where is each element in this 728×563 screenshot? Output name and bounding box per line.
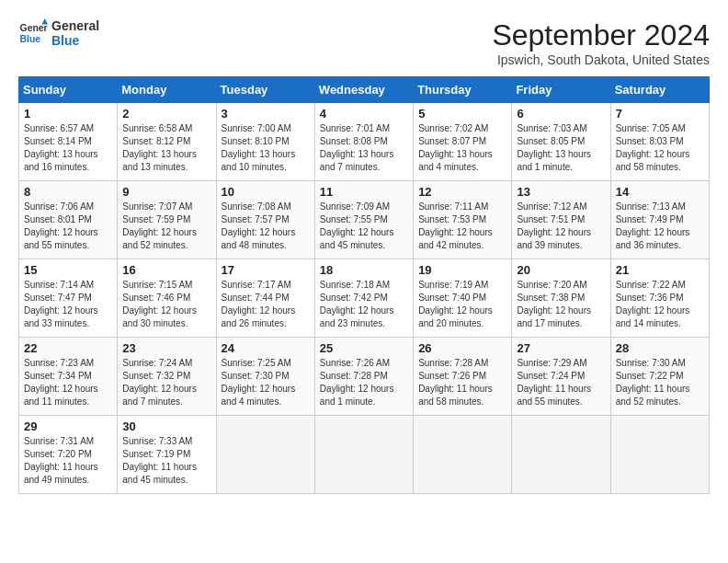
day-info: Sunrise: 7:31 AM Sunset: 7:20 PM Dayligh…: [24, 435, 112, 487]
calendar-cell: 4Sunrise: 7:01 AM Sunset: 8:08 PM Daylig…: [314, 103, 413, 181]
day-info: Sunrise: 7:33 AM Sunset: 7:19 PM Dayligh…: [122, 435, 210, 487]
calendar-cell: 19Sunrise: 7:19 AM Sunset: 7:40 PM Dayli…: [414, 259, 512, 338]
day-number: 17: [222, 263, 310, 277]
calendar-cell: 22Sunrise: 7:23 AM Sunset: 7:34 PM Dayli…: [19, 338, 118, 416]
day-number: 24: [222, 341, 310, 355]
day-info: Sunrise: 7:29 AM Sunset: 7:24 PM Dayligh…: [517, 357, 605, 408]
logo-line2: Blue: [51, 33, 99, 48]
calendar-week-2: 8Sunrise: 7:06 AM Sunset: 8:01 PM Daylig…: [19, 181, 710, 259]
calendar-week-1: 1Sunrise: 6:57 AM Sunset: 8:14 PM Daylig…: [19, 103, 710, 181]
calendar-table: SundayMondayTuesdayWednesdayThursdayFrid…: [18, 76, 710, 494]
day-info: Sunrise: 7:00 AM Sunset: 8:10 PM Dayligh…: [222, 122, 310, 174]
calendar-cell: 21Sunrise: 7:22 AM Sunset: 7:36 PM Dayli…: [610, 259, 709, 338]
day-number: 27: [517, 341, 605, 355]
title-area: September 2024 Ipswich, South Dakota, Un…: [492, 18, 710, 67]
day-number: 22: [24, 341, 112, 355]
calendar-cell: 29Sunrise: 7:31 AM Sunset: 7:20 PM Dayli…: [19, 416, 118, 494]
calendar-cell: 10Sunrise: 7:08 AM Sunset: 7:57 PM Dayli…: [216, 181, 314, 259]
day-info: Sunrise: 7:12 AM Sunset: 7:51 PM Dayligh…: [517, 201, 605, 252]
day-number: 30: [122, 419, 210, 433]
day-number: 28: [616, 341, 704, 355]
day-info: Sunrise: 7:19 AM Sunset: 7:40 PM Dayligh…: [418, 279, 506, 330]
svg-marker-2: [42, 18, 48, 24]
day-number: 20: [517, 263, 605, 277]
day-number: 4: [320, 107, 408, 121]
day-number: 3: [222, 107, 310, 121]
calendar-cell: [314, 416, 413, 494]
calendar-week-5: 29Sunrise: 7:31 AM Sunset: 7:20 PM Dayli…: [19, 416, 710, 494]
day-number: 21: [616, 263, 704, 277]
day-number: 26: [418, 341, 506, 355]
day-info: Sunrise: 7:22 AM Sunset: 7:36 PM Dayligh…: [616, 279, 704, 330]
calendar-week-4: 22Sunrise: 7:23 AM Sunset: 7:34 PM Dayli…: [19, 338, 710, 416]
calendar-cell: 7Sunrise: 7:05 AM Sunset: 8:03 PM Daylig…: [610, 103, 709, 181]
day-number: 10: [222, 185, 310, 199]
day-number: 29: [24, 419, 112, 433]
col-header-saturday: Saturday: [610, 77, 709, 103]
day-info: Sunrise: 7:30 AM Sunset: 7:22 PM Dayligh…: [616, 357, 704, 408]
day-info: Sunrise: 7:23 AM Sunset: 7:34 PM Dayligh…: [24, 357, 112, 408]
day-info: Sunrise: 7:26 AM Sunset: 7:28 PM Dayligh…: [320, 357, 408, 408]
day-number: 14: [616, 185, 704, 199]
location-title: Ipswich, South Dakota, United States: [492, 52, 710, 67]
calendar-cell: 25Sunrise: 7:26 AM Sunset: 7:28 PM Dayli…: [314, 338, 413, 416]
day-number: 13: [517, 185, 605, 199]
calendar-cell: 16Sunrise: 7:15 AM Sunset: 7:46 PM Dayli…: [118, 259, 216, 338]
logo-icon: General Blue: [18, 18, 48, 48]
day-number: 16: [122, 263, 210, 277]
calendar-cell: 9Sunrise: 7:07 AM Sunset: 7:59 PM Daylig…: [118, 181, 216, 259]
day-info: Sunrise: 7:06 AM Sunset: 8:01 PM Dayligh…: [24, 201, 112, 252]
svg-text:Blue: Blue: [20, 34, 41, 44]
calendar-cell: [216, 416, 314, 494]
day-number: 2: [122, 107, 210, 121]
calendar-cell: 24Sunrise: 7:25 AM Sunset: 7:30 PM Dayli…: [216, 338, 314, 416]
day-info: Sunrise: 6:57 AM Sunset: 8:14 PM Dayligh…: [24, 122, 112, 174]
calendar-header-row: SundayMondayTuesdayWednesdayThursdayFrid…: [19, 77, 710, 103]
day-info: Sunrise: 7:02 AM Sunset: 8:07 PM Dayligh…: [418, 122, 506, 174]
calendar-cell: 18Sunrise: 7:18 AM Sunset: 7:42 PM Dayli…: [314, 259, 413, 338]
day-number: 5: [418, 107, 506, 121]
logo: General Blue General Blue: [18, 18, 99, 48]
month-title: September 2024: [492, 18, 710, 52]
day-number: 8: [24, 185, 112, 199]
col-header-sunday: Sunday: [19, 77, 118, 103]
day-number: 23: [122, 341, 210, 355]
col-header-friday: Friday: [512, 77, 610, 103]
calendar-week-3: 15Sunrise: 7:14 AM Sunset: 7:47 PM Dayli…: [19, 259, 710, 338]
calendar-cell: 20Sunrise: 7:20 AM Sunset: 7:38 PM Dayli…: [512, 259, 610, 338]
day-info: Sunrise: 7:20 AM Sunset: 7:38 PM Dayligh…: [517, 279, 605, 330]
day-info: Sunrise: 7:11 AM Sunset: 7:53 PM Dayligh…: [418, 201, 506, 252]
day-info: Sunrise: 7:28 AM Sunset: 7:26 PM Dayligh…: [418, 357, 506, 408]
col-header-thursday: Thursday: [414, 77, 512, 103]
day-info: Sunrise: 7:14 AM Sunset: 7:47 PM Dayligh…: [24, 279, 112, 330]
calendar-cell: 23Sunrise: 7:24 AM Sunset: 7:32 PM Dayli…: [118, 338, 216, 416]
day-number: 6: [517, 107, 605, 121]
day-info: Sunrise: 7:15 AM Sunset: 7:46 PM Dayligh…: [122, 279, 210, 330]
calendar-cell: 8Sunrise: 7:06 AM Sunset: 8:01 PM Daylig…: [19, 181, 118, 259]
day-number: 11: [320, 185, 408, 199]
calendar-cell: 5Sunrise: 7:02 AM Sunset: 8:07 PM Daylig…: [414, 103, 512, 181]
day-number: 18: [320, 263, 408, 277]
day-info: Sunrise: 7:05 AM Sunset: 8:03 PM Dayligh…: [616, 122, 704, 174]
day-info: Sunrise: 7:17 AM Sunset: 7:44 PM Dayligh…: [222, 279, 310, 330]
day-info: Sunrise: 7:13 AM Sunset: 7:49 PM Dayligh…: [616, 201, 704, 252]
day-info: Sunrise: 7:08 AM Sunset: 7:57 PM Dayligh…: [222, 201, 310, 252]
calendar-cell: 12Sunrise: 7:11 AM Sunset: 7:53 PM Dayli…: [414, 181, 512, 259]
day-info: Sunrise: 7:09 AM Sunset: 7:55 PM Dayligh…: [320, 201, 408, 252]
day-info: Sunrise: 6:58 AM Sunset: 8:12 PM Dayligh…: [122, 122, 210, 174]
day-number: 19: [418, 263, 506, 277]
day-number: 12: [418, 185, 506, 199]
calendar-cell: 27Sunrise: 7:29 AM Sunset: 7:24 PM Dayli…: [512, 338, 610, 416]
calendar-cell: 30Sunrise: 7:33 AM Sunset: 7:19 PM Dayli…: [118, 416, 216, 494]
logo-line1: General: [51, 18, 99, 33]
day-info: Sunrise: 7:01 AM Sunset: 8:08 PM Dayligh…: [320, 122, 408, 174]
calendar-cell: 17Sunrise: 7:17 AM Sunset: 7:44 PM Dayli…: [216, 259, 314, 338]
calendar-cell: [610, 416, 709, 494]
day-info: Sunrise: 7:18 AM Sunset: 7:42 PM Dayligh…: [320, 279, 408, 330]
day-number: 7: [616, 107, 704, 121]
day-number: 1: [24, 107, 112, 121]
calendar-cell: 26Sunrise: 7:28 AM Sunset: 7:26 PM Dayli…: [414, 338, 512, 416]
calendar-cell: 14Sunrise: 7:13 AM Sunset: 7:49 PM Dayli…: [610, 181, 709, 259]
day-info: Sunrise: 7:03 AM Sunset: 8:05 PM Dayligh…: [517, 122, 605, 174]
day-number: 9: [122, 185, 210, 199]
